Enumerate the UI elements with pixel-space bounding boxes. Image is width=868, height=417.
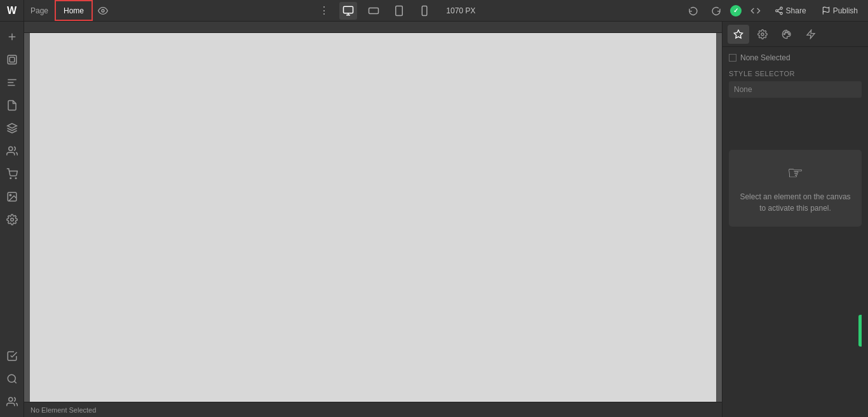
undo-btn[interactable] — [684, 2, 702, 20]
svg-point-33 — [789, 33, 790, 34]
none-selected-label: None Selected — [740, 53, 790, 62]
tab-lightning[interactable] — [800, 25, 822, 44]
panel-tabs — [722, 22, 868, 47]
svg-rect-15 — [10, 57, 15, 62]
sidebar-stack-icon[interactable] — [2, 118, 22, 138]
svg-line-27 — [14, 381, 16, 383]
topbar-center: ⋮ 1070 PX — [113, 2, 684, 20]
svg-point-6 — [780, 7, 782, 9]
ruler — [24, 22, 722, 33]
sidebar-media-icon[interactable] — [2, 187, 22, 207]
tab-style[interactable] — [728, 25, 749, 44]
canvas-width: 1070 PX — [441, 6, 480, 15]
green-accent-bar — [858, 315, 862, 347]
canvas-wrapper[interactable] — [24, 33, 722, 402]
status-label: No Element Selected — [31, 406, 96, 414]
sidebar-text-icon[interactable] — [2, 72, 22, 93]
svg-point-7 — [775, 10, 778, 12]
svg-marker-19 — [7, 124, 17, 129]
sidebar-search-icon[interactable] — [2, 369, 22, 389]
svg-line-10 — [778, 8, 780, 10]
canvas-area: No Element Selected — [24, 22, 722, 417]
style-selector-label: Style selector — [729, 70, 862, 77]
svg-point-22 — [15, 178, 17, 179]
svg-point-21 — [10, 178, 11, 179]
svg-marker-34 — [807, 30, 815, 38]
svg-point-0 — [102, 10, 104, 12]
style-selector-dropdown[interactable]: None — [729, 81, 862, 98]
tablet-landscape-btn[interactable] — [365, 2, 383, 20]
svg-rect-2 — [369, 8, 379, 13]
svg-rect-3 — [396, 6, 403, 15]
statusbar: No Element Selected — [24, 402, 722, 417]
panel-empty-card: ☞ Select an element on the canvas to act… — [729, 150, 862, 227]
svg-line-9 — [778, 11, 780, 12]
svg-point-31 — [785, 32, 786, 33]
share-button[interactable]: Share — [770, 4, 811, 18]
svg-rect-1 — [344, 6, 353, 13]
none-selected-checkbox[interactable] — [729, 54, 736, 62]
svg-rect-4 — [423, 6, 428, 15]
svg-rect-14 — [8, 55, 17, 64]
redo-btn[interactable] — [707, 2, 725, 20]
topbar: W Page Home ⋮ — [0, 0, 868, 22]
tab-palette[interactable] — [776, 25, 797, 44]
panel-body: None Selected Style selector None ☞ Sele… — [722, 47, 868, 417]
status-indicator — [730, 5, 742, 17]
sidebar-add-icon[interactable] — [2, 27, 22, 47]
left-sidebar — [0, 22, 24, 417]
panel-empty-message: Select an element on the canvas to activ… — [739, 191, 851, 214]
sidebar-tasks-icon[interactable] — [2, 346, 22, 366]
svg-point-24 — [10, 194, 11, 195]
page-label: Page — [24, 6, 55, 15]
svg-point-28 — [8, 397, 12, 401]
sidebar-account-icon[interactable] — [2, 392, 22, 412]
tablet-portrait-btn[interactable] — [390, 2, 408, 20]
mobile-btn[interactable] — [416, 2, 433, 20]
svg-point-26 — [8, 374, 15, 382]
tab-settings[interactable] — [752, 25, 773, 44]
svg-point-32 — [787, 32, 789, 33]
none-selected-row: None Selected — [729, 53, 862, 62]
code-btn[interactable] — [747, 2, 764, 20]
home-tab[interactable]: Home — [55, 0, 93, 21]
cursor-pointer-icon: ☞ — [787, 162, 803, 183]
more-options-icon[interactable]: ⋮ — [316, 4, 332, 17]
sidebar-users-icon[interactable] — [2, 141, 22, 161]
canvas[interactable] — [30, 33, 716, 402]
sidebar-settings-icon[interactable] — [2, 209, 22, 230]
publish-button[interactable]: Publish — [817, 4, 863, 18]
sidebar-shop-icon[interactable] — [2, 164, 22, 184]
sidebar-layers-icon[interactable] — [2, 50, 22, 70]
svg-point-8 — [780, 12, 782, 15]
panel-empty-section — [729, 105, 862, 143]
desktop-device-btn[interactable] — [339, 2, 357, 20]
logo: W — [0, 0, 24, 21]
main-layout: No Element Selected None Selected Style — [0, 22, 868, 417]
right-panel: None Selected Style selector None ☞ Sele… — [722, 22, 868, 417]
svg-point-30 — [783, 33, 785, 34]
svg-point-25 — [10, 218, 13, 222]
eye-icon[interactable] — [93, 6, 113, 16]
sidebar-pages-icon[interactable] — [2, 95, 22, 116]
topbar-right: Share Publish — [684, 2, 868, 20]
svg-point-29 — [761, 33, 764, 36]
svg-point-20 — [8, 147, 12, 150]
